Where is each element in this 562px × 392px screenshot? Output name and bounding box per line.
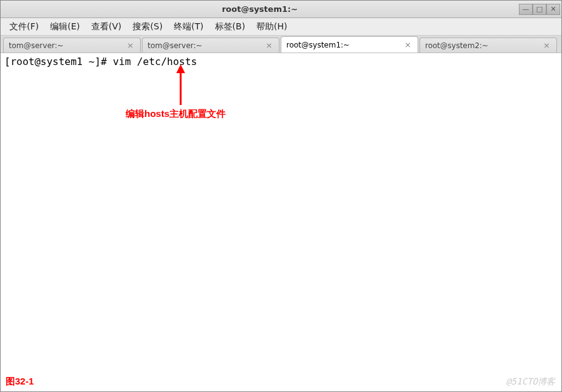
menu-help[interactable]: 帮助(H) [253,20,291,34]
watermark-text: @51CTO博客 [506,376,555,388]
window-controls: — □ ✕ [519,4,560,15]
figure-caption: 图32-1 [6,376,34,388]
menu-file[interactable]: 文件(F) [6,20,43,34]
annotation-label: 编辑hosts主机配置文件 [126,108,226,120]
menu-bar: 文件(F) 编辑(E) 查看(V) 搜索(S) 终端(T) 标签(B) 帮助(H… [1,18,561,36]
terminal-tab[interactable]: root@system2:~ × [419,38,557,53]
close-button[interactable]: ✕ [546,4,560,15]
close-icon[interactable]: × [126,41,135,50]
window-titlebar: root@system1:~ — □ ✕ [1,1,561,18]
terminal-tab-label: root@system1:~ [286,41,403,49]
terminal-tab[interactable]: tom@server:~ × [3,38,141,53]
menu-search[interactable]: 搜索(S) [129,20,166,34]
menu-terminal[interactable]: 终端(T) [170,20,207,34]
menu-tabs[interactable]: 标签(B) [211,20,249,34]
maximize-button[interactable]: □ [533,4,546,15]
arrow-up-icon [174,64,187,108]
terminal-tab[interactable]: tom@server:~ × [142,38,279,53]
terminal-prompt-line: [root@system1 ~]# vim /etc/hosts [4,56,558,68]
terminal-tab-active[interactable]: root@system1:~ × [281,36,418,53]
menu-view[interactable]: 查看(V) [88,20,126,34]
minimize-button[interactable]: — [519,4,533,15]
terminal-tab-label: root@system2:~ [425,41,542,50]
window-title: root@system1:~ [1,4,519,14]
terminal-area[interactable]: [root@system1 ~]# vim /etc/hosts 编辑hosts… [1,53,561,391]
close-icon[interactable]: × [542,41,551,50]
close-icon[interactable]: × [403,40,413,49]
menu-edit[interactable]: 编辑(E) [46,20,84,34]
terminal-tabbar: tom@server:~ × tom@server:~ × root@syste… [1,36,561,53]
close-icon[interactable]: × [264,41,274,50]
terminal-tab-label: tom@server:~ [148,41,264,50]
terminal-tab-label: tom@server:~ [9,41,126,50]
